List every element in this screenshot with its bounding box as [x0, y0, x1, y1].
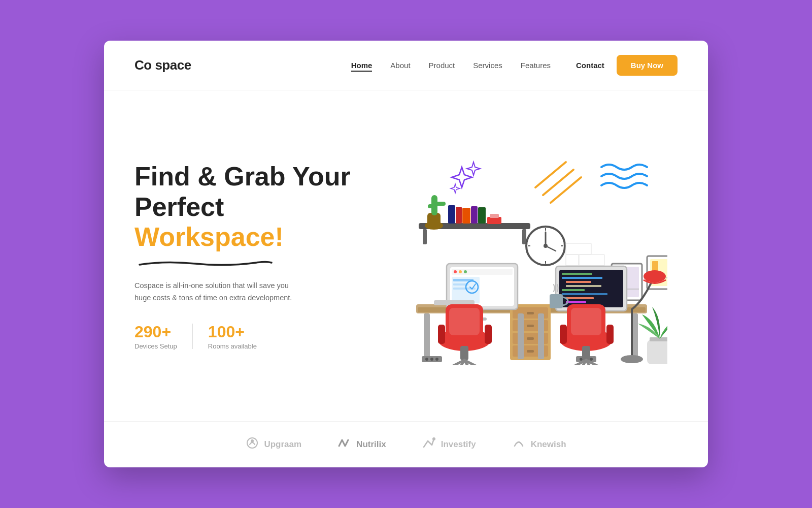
- svg-point-88: [435, 358, 438, 361]
- svg-rect-49: [527, 337, 534, 340]
- svg-point-82: [621, 355, 643, 363]
- svg-rect-111: [571, 308, 601, 335]
- knewish-icon: [512, 436, 526, 453]
- hero-left: Find & Grab Your Perfect Workspace! Cosp…: [134, 90, 362, 421]
- svg-rect-47: [527, 312, 534, 314]
- partner-nutrilix: Nutrilix: [337, 436, 386, 453]
- nav-item-about[interactable]: About: [390, 61, 410, 70]
- svg-rect-11: [456, 207, 462, 224]
- main-content: Find & Grab Your Perfect Workspace! Cosp…: [104, 90, 708, 421]
- stat-rooms-label: Rooms available: [208, 342, 257, 350]
- svg-line-0: [535, 162, 566, 187]
- partner-investify: Investify: [422, 436, 476, 453]
- svg-rect-98: [485, 325, 492, 344]
- navbar: Co space Home About Product Services Fea…: [104, 41, 708, 90]
- svg-rect-10: [448, 205, 455, 224]
- nav-item-product[interactable]: Product: [429, 61, 455, 70]
- stat-rooms-number: 100+: [208, 323, 257, 341]
- nutrilix-icon: [337, 436, 351, 453]
- svg-rect-76: [566, 297, 594, 299]
- nav-item-home[interactable]: Home: [351, 61, 373, 70]
- upgraam-icon: [246, 436, 259, 453]
- svg-point-81: [644, 270, 666, 282]
- svg-point-60: [464, 270, 467, 273]
- svg-point-59: [459, 270, 462, 273]
- investify-icon: [422, 436, 436, 453]
- title-underline: [134, 259, 362, 270]
- svg-rect-70: [562, 273, 592, 275]
- svg-rect-83: [550, 294, 563, 308]
- svg-rect-113: [606, 325, 614, 344]
- svg-rect-25: [566, 243, 591, 255]
- investify-label: Investify: [441, 439, 476, 450]
- svg-rect-114: [582, 346, 590, 360]
- svg-rect-73: [566, 285, 601, 287]
- svg-rect-13: [471, 206, 478, 224]
- nav-right: Contact Buy Now: [576, 55, 678, 76]
- svg-point-127: [251, 439, 254, 442]
- hero-title: Find & Grab Your Perfect Workspace!: [134, 162, 362, 252]
- svg-rect-52: [518, 313, 524, 359]
- contact-button[interactable]: Contact: [576, 61, 604, 70]
- svg-rect-74: [562, 289, 585, 291]
- svg-rect-8: [435, 202, 446, 206]
- diagonal-lines: [535, 162, 581, 203]
- wave-decoration: [601, 165, 647, 188]
- knewish-label: Knewish: [531, 439, 566, 450]
- svg-rect-72: [566, 281, 591, 283]
- svg-rect-3: [423, 229, 427, 244]
- stat-devices-label: Devices Setup: [134, 342, 177, 350]
- nav-item-services[interactable]: Services: [473, 61, 502, 70]
- svg-rect-51: [424, 313, 430, 359]
- svg-rect-14: [478, 207, 486, 224]
- svg-line-2: [551, 177, 581, 203]
- nav-links: Home About Product Services Features: [351, 61, 551, 70]
- sparkle-decoration: [451, 162, 480, 193]
- svg-rect-50: [527, 350, 534, 353]
- svg-rect-96: [449, 308, 480, 335]
- svg-rect-26: [579, 255, 604, 266]
- stat-rooms: 100+ Rooms available: [208, 323, 272, 350]
- main-card: Co space Home About Product Services Fea…: [104, 41, 708, 467]
- svg-rect-97: [438, 325, 445, 344]
- logo[interactable]: Co space: [134, 57, 191, 73]
- hero-right: [362, 90, 678, 421]
- hero-description: Cospace is all-in-one solution that will…: [134, 280, 302, 304]
- svg-rect-123: [647, 340, 667, 364]
- workspace-illustration: [373, 147, 667, 365]
- stat-devices-number: 290+: [134, 323, 177, 341]
- partner-knewish: Knewish: [512, 436, 566, 453]
- stat-devices: 290+ Devices Setup: [134, 323, 192, 350]
- svg-rect-16: [490, 214, 499, 218]
- buy-now-button[interactable]: Buy Now: [617, 55, 678, 76]
- svg-point-87: [430, 358, 433, 361]
- upgraam-label: Upgraam: [264, 439, 301, 450]
- svg-rect-71: [562, 277, 602, 279]
- stats-row: 290+ Devices Setup 100+ Rooms available: [134, 323, 362, 350]
- svg-rect-53: [538, 313, 544, 359]
- svg-rect-77: [566, 301, 586, 303]
- svg-rect-75: [562, 293, 607, 295]
- nutrilix-label: Nutrilix: [356, 439, 386, 450]
- partners-section: Upgraam Nutrilix Investify: [104, 421, 708, 467]
- partner-upgraam: Upgraam: [246, 436, 301, 453]
- svg-point-58: [454, 270, 457, 273]
- svg-rect-27: [566, 255, 579, 266]
- svg-rect-112: [560, 325, 567, 344]
- svg-line-1: [543, 170, 573, 195]
- svg-rect-15: [487, 217, 501, 224]
- svg-point-128: [432, 437, 435, 440]
- svg-rect-12: [462, 208, 470, 224]
- svg-rect-9: [428, 204, 436, 208]
- svg-rect-48: [527, 325, 534, 327]
- stat-divider: [192, 324, 193, 349]
- svg-rect-99: [460, 346, 468, 360]
- nav-item-features[interactable]: Features: [521, 61, 551, 70]
- svg-point-86: [425, 358, 428, 361]
